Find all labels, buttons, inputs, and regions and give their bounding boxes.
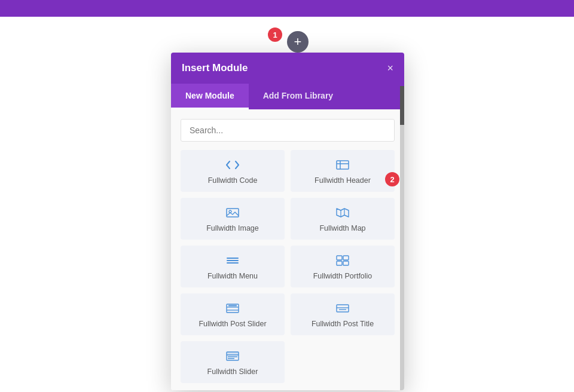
module-fullwidth-image[interactable]: Fullwidth Image [181, 198, 285, 240]
tab-new-module[interactable]: New Module [171, 84, 249, 109]
module-fullwidth-slider[interactable]: Fullwidth Slider [181, 341, 285, 383]
module-fullwidth-portfolio[interactable]: Fullwidth Portfolio [291, 246, 395, 287]
module-fullwidth-header[interactable]: Fullwidth Header [291, 150, 395, 192]
fullwidth-portfolio-icon [336, 255, 349, 268]
scrollbar-thumb[interactable] [400, 86, 404, 125]
close-icon[interactable]: × [387, 63, 393, 74]
modal-title: Insert Module [182, 62, 248, 74]
step-badge-2: 2 [385, 172, 399, 186]
svg-marker-5 [337, 209, 349, 217]
tab-bar: New Module Add From Library [171, 84, 404, 109]
top-bar [0, 0, 574, 17]
search-input[interactable] [181, 119, 395, 142]
fullwidth-header-icon [336, 160, 349, 172]
fullwidth-post-slider-label: Fullwidth Post Slider [199, 320, 266, 328]
fullwidth-image-label: Fullwidth Image [206, 224, 259, 232]
fullwidth-menu-icon [226, 255, 239, 268]
fullwidth-slider-icon [226, 351, 239, 363]
fullwidth-post-title-label: Fullwidth Post Title [312, 320, 374, 328]
tab-add-from-library[interactable]: Add From Library [249, 84, 347, 109]
svg-rect-12 [343, 256, 349, 260]
svg-rect-11 [337, 256, 342, 260]
modal-header: Insert Module × [171, 53, 404, 84]
module-fullwidth-post-slider[interactable]: Fullwidth Post Slider [181, 293, 285, 335]
fullwidth-post-title-icon [336, 303, 349, 316]
svg-rect-19 [337, 305, 349, 312]
fullwidth-portfolio-label: Fullwidth Portfolio [313, 272, 373, 280]
fullwidth-map-icon [336, 207, 349, 220]
svg-rect-14 [343, 261, 349, 265]
module-fullwidth-menu[interactable]: Fullwidth Menu [181, 246, 285, 287]
module-fullwidth-post-title[interactable]: Fullwidth Post Title [291, 293, 395, 335]
svg-rect-0 [337, 161, 349, 169]
fullwidth-menu-label: Fullwidth Menu [207, 272, 258, 280]
fullwidth-post-slider-icon [226, 303, 239, 316]
scrollbar-track [400, 86, 404, 390]
modal-body: Fullwidth Code Fullwidth Header [171, 109, 404, 390]
fullwidth-slider-label: Fullwidth Slider [207, 368, 258, 376]
fullwidth-code-icon [226, 160, 239, 172]
svg-rect-18 [228, 305, 237, 307]
fullwidth-image-icon [226, 207, 239, 220]
svg-rect-23 [227, 352, 239, 355]
module-fullwidth-code[interactable]: Fullwidth Code [181, 150, 285, 192]
fullwidth-header-label: Fullwidth Header [315, 176, 371, 185]
fullwidth-code-label: Fullwidth Code [208, 176, 258, 185]
add-module-button[interactable]: + [287, 31, 309, 53]
modules-grid: Fullwidth Code Fullwidth Header [181, 150, 395, 383]
svg-rect-3 [227, 209, 239, 217]
fullwidth-map-label: Fullwidth Map [319, 224, 365, 232]
step-badge-1: 1 [268, 27, 282, 42]
svg-rect-13 [337, 261, 342, 265]
module-fullwidth-map[interactable]: Fullwidth Map [291, 198, 395, 240]
insert-module-modal: Insert Module × New Module Add From Libr… [171, 53, 404, 390]
